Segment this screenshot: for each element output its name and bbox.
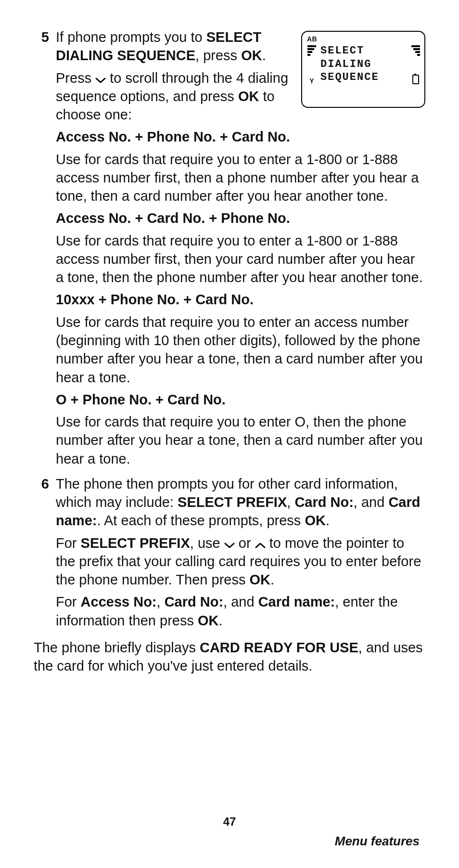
step-6: 6 The phone then prompts you for other c… [34,475,425,634]
option2-body: Use for cards that require you to enter … [56,232,425,287]
phone-screen: AB Y SELECT DIALING SEQUENCE [301,31,425,108]
step-5: 5 AB Y SELECT DIALING [34,28,425,472]
step-number-5: 5 [34,28,56,46]
phone-screen-illustration: AB Y SELECT DIALING SEQUENCE [301,31,425,108]
step-5-body: AB Y SELECT DIALING SEQUENCE [56,28,425,472]
footer-section-label: Menu features [335,834,420,849]
screen-text: SELECT DIALING SEQUENCE [319,44,408,84]
page-number: 47 [0,815,459,829]
final-paragraph: The phone briefly displays CARD READY FO… [34,638,425,675]
signal-strength-icon: Y [307,44,317,84]
option3-body: Use for cards that require you to enter … [56,313,425,387]
chevron-down-icon [224,542,235,549]
screen-lcd: Y SELECT DIALING SEQUENCE [307,44,421,84]
option3-title: 10xxx + Phone No. + Card No. [56,290,425,309]
option1-title: Access No. + Phone No. + Card No. [56,128,425,146]
chevron-down-icon [95,77,106,84]
step-number-6: 6 [34,475,56,493]
option4-body: Use for cards that require you to enter … [56,413,425,468]
manual-page: 5 AB Y SELECT DIALING [0,0,459,868]
screen-line1: SELECT [320,44,408,58]
screen-line3: SEQUENCE [320,71,408,84]
step6-p2: For SELECT PREFIX, use or to move the po… [56,534,425,589]
chevron-up-icon [255,542,266,549]
antenna-icon: Y [309,78,314,84]
option1-body: Use for cards that require you to enter … [56,150,425,206]
screen-line2: DIALING [320,58,408,71]
option4-title: O + Phone No. + Card No. [56,390,425,409]
step-6-body: The phone then prompts you for other car… [56,475,425,634]
step6-p3: For Access No:, Card No:, and Card name:… [56,593,425,630]
screen-ab-label: AB [307,35,421,43]
step6-p1: The phone then prompts you for other car… [56,475,425,530]
battery-icon [411,44,421,84]
option2-title: Access No. + Card No. + Phone No. [56,209,425,227]
